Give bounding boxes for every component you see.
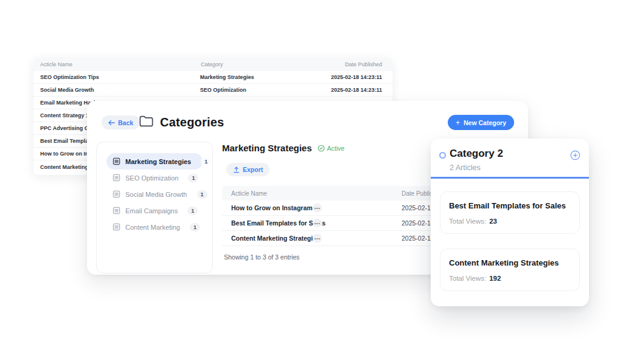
count-badge: 1 [197,190,207,199]
sidebar-item-social-media-growth[interactable]: Social Media Growth 1 [106,186,203,202]
status-label: Active [327,145,345,152]
pagination-summary: Showing 1 to 3 of 3 entries [224,253,299,261]
cell-article-name: How to Grow on Instagram [231,204,313,211]
count-badge: 1 [201,157,211,166]
arrow-left-icon [108,120,115,126]
divider [431,177,589,179]
cell-category: Marketing Strategies [200,74,331,80]
new-category-label: New Category [464,119,506,126]
row-actions-button[interactable]: ••• [313,219,322,228]
plus-icon: + [456,119,460,126]
back-label: Back [118,119,133,126]
upload-icon [233,167,240,173]
screen: Acticle Name Category Date Published SEO… [0,0,623,364]
article-icon [113,157,120,165]
cell-category: SEO Optimization [200,87,331,93]
views-value: 192 [489,275,501,282]
row-actions-button[interactable]: ••• [313,234,322,243]
views-label: Total Views: [449,275,486,282]
category-2-title: Category 2 [450,148,503,160]
article-summary-card: Content Marketing Strategies Total Views… [440,249,580,291]
cell-article-name: SEO Optimization Tips [33,74,200,80]
sidebar-item-marketing-strategies[interactable]: Marketing Strategies 1 [106,153,203,170]
sidebar-item-content-marketing[interactable]: Content Marketing 1 [106,219,203,235]
article-icon [113,190,120,198]
check-circle-icon [318,145,325,152]
category-bullet-icon [439,152,446,159]
row-actions-button[interactable]: ••• [313,204,322,213]
column-header-date-published: Date Published [332,61,392,67]
article-icon [113,207,120,215]
cell-article-name: Social Media Growth [33,87,200,93]
table-row: SEO Optimization Tips Marketing Strategi… [33,71,392,84]
background-table-header: Acticle Name Category Date Published [33,58,392,71]
category-sidebar: Marketing Strategies 1 SEO Optimization … [96,142,213,273]
count-badge: 1 [188,174,198,182]
table-row: Social Media Growth SEO Optimization 202… [33,84,392,97]
sidebar-item-label: Content Marketing [125,224,180,231]
count-badge: 1 [190,223,200,232]
cell-article-name: Best Email Templates for Sales [231,219,325,227]
article-summary-card: Best Email Templates for Sales Total Vie… [440,191,580,234]
sidebar-item-seo-optimization[interactable]: SEO Optimization 1 [106,170,203,186]
category-detail-header: Marketing Strategies Active [222,143,344,153]
cell-article-name: Content Marketing Strategies [231,235,320,242]
folder-icon [138,113,155,132]
article-title: Content Marketing Strategies [449,258,559,267]
sidebar-item-label: Marketing Strategies [125,158,191,165]
column-header-article-name: Acticle Name [231,190,267,197]
article-views: Total Views:192 [449,275,501,282]
export-button[interactable]: Export [226,163,270,176]
category-title: Marketing Strategies [222,143,312,153]
views-label: Total Views: [449,218,486,225]
article-icon [113,174,120,182]
sidebar-item-label: SEO Optimization [125,174,178,182]
count-badge: 1 [187,207,198,215]
sidebar-item-label: Social Media Growth [125,191,187,198]
category-2-card: Category 2 2 Articles Best Email Templat… [431,139,589,306]
page-title: Categories [160,115,224,129]
article-title: Best Email Templates for Sales [449,201,566,210]
add-article-button[interactable] [570,150,580,163]
export-label: Export [243,166,263,173]
new-category-button[interactable]: + New Category [448,115,514,130]
cell-date: 2025-02-18 14:23:11 [331,74,392,80]
column-header-article-name: Acticle Name [33,61,201,67]
column-header-category: Category [201,61,332,67]
article-icon [113,223,120,231]
status-badge: Active [318,145,345,152]
sidebar-item-email-campaigns[interactable]: Email Campaigns 1 [106,202,203,219]
article-views: Total Views:23 [449,218,497,225]
views-value: 23 [489,218,497,225]
back-button[interactable]: Back [102,115,140,129]
cell-date: 2025-02-18 14:23:11 [331,87,392,93]
article-count-label: 2 Articles [450,163,481,172]
plus-circle-icon [570,150,580,160]
sidebar-item-label: Email Campaigns [125,207,178,215]
